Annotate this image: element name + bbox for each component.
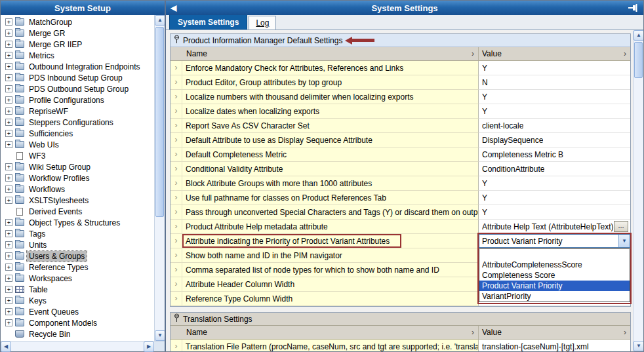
- scroll-up-icon[interactable]: ▲: [155, 15, 165, 26]
- browse-button[interactable]: ...: [614, 221, 628, 232]
- value-column-header[interactable]: Value ›: [479, 47, 630, 60]
- pin-icon[interactable]: [628, 3, 638, 14]
- scrollbar-track[interactable]: [634, 41, 643, 341]
- tree-item-metrics[interactable]: +Metrics: [1, 50, 154, 61]
- scrollbar-thumb[interactable]: [634, 42, 643, 78]
- row-expand-icon[interactable]: ›: [171, 277, 182, 292]
- row-expand-icon[interactable]: ›: [171, 234, 182, 248]
- tab-log[interactable]: Log: [249, 16, 276, 29]
- expand-plus-icon[interactable]: +: [5, 41, 12, 48]
- dropdown-option-variantpriority[interactable]: VariantPriority: [479, 291, 630, 302]
- row-expand-icon[interactable]: ›: [171, 104, 182, 119]
- row-expand-icon[interactable]: ›: [171, 176, 182, 191]
- row-expand-icon[interactable]: ›: [171, 248, 182, 263]
- column-chevron-icon[interactable]: ›: [472, 49, 474, 58]
- tree-item-workflow-profiles[interactable]: +Workflow Profiles: [1, 172, 154, 184]
- row-expand-icon[interactable]: ›: [171, 205, 182, 220]
- scroll-up-icon[interactable]: ▲: [634, 30, 643, 41]
- dropdown-option-product-variant-priority[interactable]: Product Variant Priority: [479, 281, 630, 291]
- tree-item-merge-gr-iiep[interactable]: +Merge GR IIEP: [1, 39, 154, 50]
- tree-item-tags[interactable]: +Tags: [1, 228, 154, 239]
- name-column-header[interactable]: Name ›: [171, 326, 479, 339]
- dropdown-option-empty[interactable]: [479, 249, 630, 260]
- expand-plus-icon[interactable]: +: [5, 286, 12, 293]
- expand-plus-icon[interactable]: +: [5, 186, 12, 193]
- tree-item-keys[interactable]: +Keys: [1, 295, 154, 306]
- dropdown-option-completeness-score[interactable]: Completeness Score: [479, 270, 630, 281]
- tree-item-reference-types[interactable]: +Reference Types: [1, 262, 154, 273]
- tree-item-object-types-structures[interactable]: +Object Types & Structures: [1, 217, 154, 228]
- expand-plus-icon[interactable]: +: [5, 119, 12, 126]
- scroll-left-icon[interactable]: ◀: [1, 342, 11, 352]
- tree-item-wiki-setup-group[interactable]: +Wiki Setup Group: [1, 161, 154, 172]
- tree-item-pds-inbound-setup-group[interactable]: +PDS Inbound Setup Group: [1, 72, 154, 83]
- row-expand-icon[interactable]: ›: [171, 263, 182, 277]
- row-expand-icon[interactable]: ›: [171, 90, 182, 104]
- tree-item-web-uis[interactable]: +Web UIs: [1, 139, 154, 150]
- expand-plus-icon[interactable]: +: [5, 52, 12, 59]
- row-expand-icon[interactable]: ›: [171, 61, 182, 75]
- expand-plus-icon[interactable]: +: [5, 197, 12, 204]
- tree-vertical-scrollbar[interactable]: ▲ ▼: [154, 15, 165, 341]
- tree-item-profile-configurations[interactable]: +Profile Configurations: [1, 94, 154, 106]
- tree-item-table[interactable]: +Table: [1, 284, 154, 295]
- column-chevron-icon[interactable]: ›: [624, 49, 626, 58]
- scroll-down-icon[interactable]: ▼: [634, 341, 643, 351]
- row-expand-icon[interactable]: ›: [171, 75, 182, 90]
- scrollbar-track-horizontal[interactable]: [11, 342, 144, 351]
- expand-plus-icon[interactable]: +: [5, 108, 12, 115]
- expand-plus-icon[interactable]: +: [5, 275, 12, 282]
- expand-plus-icon[interactable]: +: [5, 252, 12, 260]
- dropdown-option-attributecompletenessscore[interactable]: AttributeCompletenessScore: [479, 260, 630, 270]
- expand-plus-icon[interactable]: +: [5, 219, 12, 226]
- tree-item-sufficiencies[interactable]: +Sufficiencies: [1, 128, 154, 139]
- variant-priority-combobox[interactable]: Product Variant Priority▾: [479, 234, 630, 248]
- name-column-header[interactable]: Name ›: [171, 47, 479, 60]
- tree-item-merge-gr[interactable]: +Merge GR: [1, 28, 154, 39]
- tree-item-steppers-configurations[interactable]: +Steppers Configurations: [1, 117, 154, 128]
- scrollbar-track[interactable]: [155, 26, 165, 330]
- tree-item-xsltstylesheets[interactable]: +XSLTStylesheets: [1, 195, 154, 206]
- expand-plus-icon[interactable]: +: [5, 63, 12, 70]
- row-expand-icon[interactable]: ›: [171, 191, 182, 205]
- row-expand-icon[interactable]: ›: [171, 220, 182, 234]
- expand-plus-icon[interactable]: +: [5, 241, 12, 248]
- row-expand-icon[interactable]: ›: [171, 162, 182, 176]
- scrollbar-thumb[interactable]: [155, 27, 164, 217]
- expand-plus-icon[interactable]: +: [5, 230, 12, 237]
- expand-plus-icon[interactable]: +: [5, 141, 12, 148]
- tree-item-workflows[interactable]: +Workflows: [1, 184, 154, 195]
- column-chevron-icon[interactable]: ›: [472, 328, 474, 337]
- expand-plus-icon[interactable]: +: [5, 85, 12, 92]
- tree-item-workspaces[interactable]: +Workspaces: [1, 273, 154, 284]
- tree-item-derived-events[interactable]: Derived Events: [1, 206, 154, 217]
- tree-item-pds-outbound-setup-group[interactable]: +PDS Outbound Setup Group: [1, 83, 154, 94]
- content-vertical-scrollbar[interactable]: ▲ ▼: [633, 30, 643, 351]
- tab-system-settings[interactable]: System Settings: [169, 14, 247, 29]
- row-expand-icon[interactable]: ›: [171, 119, 182, 133]
- column-chevron-icon[interactable]: ›: [624, 328, 626, 337]
- expand-plus-icon[interactable]: +: [5, 308, 12, 315]
- expand-plus-icon[interactable]: +: [5, 18, 12, 26]
- tree-item-matchgroup[interactable]: +MatchGroup: [1, 16, 154, 28]
- value-column-header[interactable]: Value ›: [479, 326, 630, 339]
- tree-item-recycle-bin[interactable]: Recycle Bin: [1, 328, 154, 340]
- tree-item-users-groups[interactable]: +Users & Groups: [1, 250, 154, 262]
- row-expand-icon[interactable]: ›: [171, 292, 182, 306]
- expand-plus-icon[interactable]: +: [5, 319, 12, 326]
- tree-item-component-models[interactable]: +Component Models: [1, 317, 154, 328]
- tree-item-reprisewf[interactable]: +RepriseWF: [1, 106, 154, 117]
- expand-plus-icon[interactable]: +: [5, 297, 12, 304]
- tree-item-units[interactable]: +Units: [1, 239, 154, 250]
- scroll-down-icon[interactable]: ▼: [155, 330, 165, 341]
- expand-plus-icon[interactable]: +: [5, 96, 12, 104]
- expand-plus-icon[interactable]: +: [5, 174, 12, 182]
- combobox-chevron-icon[interactable]: ▾: [618, 235, 630, 247]
- row-expand-icon[interactable]: ›: [171, 340, 182, 351]
- row-expand-icon[interactable]: ›: [171, 147, 182, 162]
- expand-plus-icon[interactable]: +: [5, 74, 12, 81]
- tree-horizontal-scrollbar[interactable]: ◀ ▶: [1, 341, 165, 351]
- expand-plus-icon[interactable]: +: [5, 264, 12, 271]
- back-icon[interactable]: ◀: [171, 3, 176, 12]
- scroll-right-icon[interactable]: ▶: [144, 342, 154, 352]
